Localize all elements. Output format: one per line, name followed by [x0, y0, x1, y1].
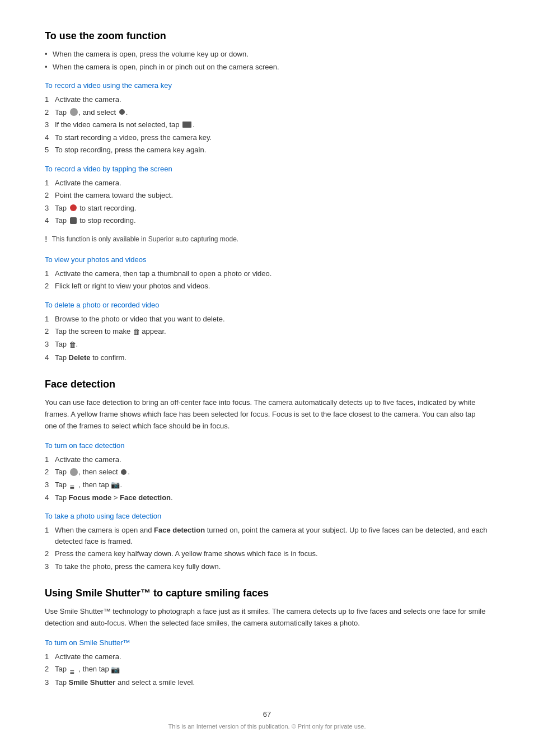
smile-shutter-title: Using Smile Shutter™ to capture smiling … — [45, 587, 489, 599]
photo-step-2: Press the camera key halfway down. A yel… — [45, 548, 489, 559]
zoom-bullet-1: When the camera is open, press the volum… — [45, 49, 489, 60]
record-camera-key-section: To record a video using the camera key A… — [45, 81, 489, 156]
face-detection-section: Face detection You can use face detectio… — [45, 379, 489, 572]
view-photos-title: To view your photos and videos — [45, 255, 489, 264]
delete-step-4: Tap Delete to confirm. — [45, 352, 489, 363]
face-step-3: Tap , then tap 📷. — [45, 479, 489, 491]
face-step-1: Activate the camera. — [45, 454, 489, 465]
note-text: This function is only available in Super… — [52, 234, 239, 244]
step-2: Tap , and select . — [45, 107, 489, 118]
tap-step-3: Tap to start recording. — [45, 203, 489, 214]
turn-on-steps: Activate the camera. Tap , then select .… — [45, 454, 489, 503]
record-tapping-section: To record a video by tapping the screen … — [45, 165, 489, 246]
trash-icon-inline: 🗑 — [133, 326, 140, 338]
note-box: ! This function is only available in Sup… — [45, 232, 489, 246]
camera-icon: 📷 — [111, 479, 120, 491]
smile-shutter-steps: Activate the camera. Tap , then tap 📷 Ta… — [45, 651, 489, 688]
view-photos-steps: Activate the camera, then tap a thumbnai… — [45, 268, 489, 292]
take-photo-face-detection: To take a photo using face detection Whe… — [45, 512, 489, 572]
turn-on-face-detection-title: To turn on face detection — [45, 441, 489, 450]
delete-step-3: Tap 🗑. — [45, 339, 489, 350]
turn-on-smile-shutter: To turn on Smile Shutter™ Activate the c… — [45, 638, 489, 688]
delete-step-1: Browse to the photo or video that you wa… — [45, 314, 489, 325]
record-tapping-steps: Activate the camera. Point the camera to… — [45, 178, 489, 226]
trash-icon-inline-2: 🗑 — [69, 339, 76, 351]
delete-step-2: Tap the screen to make 🗑 appear. — [45, 326, 489, 337]
delete-photo-steps: Browse to the photo or video that you wa… — [45, 314, 489, 363]
dot-icon-2 — [121, 469, 127, 475]
photo-step-3: To take the photo, press the camera key … — [45, 561, 489, 572]
zoom-bullets: When the camera is open, press the volum… — [45, 49, 489, 72]
smile-shutter-description: Use Smile Shutter™ technology to photogr… — [45, 606, 489, 629]
dot-icon — [119, 109, 125, 115]
delete-photo-section: To delete a photo or recorded video Brow… — [45, 301, 489, 363]
smile-step-3: Tap Smile Shutter and select a smile lev… — [45, 677, 489, 688]
record-camera-key-title: To record a video using the camera key — [45, 81, 489, 90]
zoom-bullet-2: When the camera is open, pinch in or pin… — [45, 62, 489, 73]
face-detection-title: Face detection — [45, 379, 489, 390]
view-photos-section: To view your photos and videos Activate … — [45, 255, 489, 292]
settings-icon — [70, 108, 78, 116]
camera-icon-2: 📷 — [111, 664, 120, 675]
take-photo-face-detection-title: To take a photo using face detection — [45, 512, 489, 520]
record-camera-key-steps: Activate the camera. Tap , and select . … — [45, 94, 489, 156]
tap-step-2: Point the camera toward the subject. — [45, 190, 489, 201]
step-3: If the video camera is not selected, tap… — [45, 119, 489, 130]
face-detection-description: You can use face detection to bring an o… — [45, 397, 489, 432]
settings-icon-2 — [70, 468, 78, 476]
view-step-1: Activate the camera, then tap a thumbnai… — [45, 268, 489, 279]
videocam-icon — [182, 122, 191, 128]
delete-photo-title: To delete a photo or recorded video — [45, 301, 489, 309]
tap-step-1: Activate the camera. — [45, 178, 489, 189]
menu-icon — [70, 482, 78, 487]
smile-shutter-section: Using Smile Shutter™ to capture smiling … — [45, 587, 489, 688]
view-step-2: Flick left or right to view your photos … — [45, 281, 489, 292]
step-1: Activate the camera. — [45, 94, 489, 105]
photo-step-1: When the camera is open and Face detecti… — [45, 525, 489, 547]
zoom-section: To use the zoom function When the camera… — [45, 30, 489, 72]
tap-step-4: Tap to stop recording. — [45, 215, 489, 226]
smile-step-2: Tap , then tap 📷 — [45, 664, 489, 675]
face-step-4: Tap Focus mode > Face detection. — [45, 492, 489, 503]
turn-on-face-detection: To turn on face detection Activate the c… — [45, 441, 489, 503]
face-step-2: Tap , then select . — [45, 466, 489, 478]
stop-icon — [70, 217, 77, 224]
record-icon — [70, 204, 77, 211]
page-number: 67 — [45, 710, 489, 718]
step-4: To start recording a video, press the ca… — [45, 132, 489, 143]
menu-icon-2 — [70, 666, 78, 672]
smile-step-1: Activate the camera. — [45, 651, 489, 662]
footer-text: This is an Internet version of this publ… — [45, 723, 489, 730]
turn-on-smile-shutter-title: To turn on Smile Shutter™ — [45, 638, 489, 647]
take-photo-steps: When the camera is open and Face detecti… — [45, 525, 489, 572]
note-exclamation-icon: ! — [45, 235, 48, 244]
zoom-title: To use the zoom function — [45, 30, 489, 42]
step-5: To stop recording, press the camera key … — [45, 144, 489, 156]
record-tapping-title: To record a video by tapping the screen — [45, 165, 489, 173]
